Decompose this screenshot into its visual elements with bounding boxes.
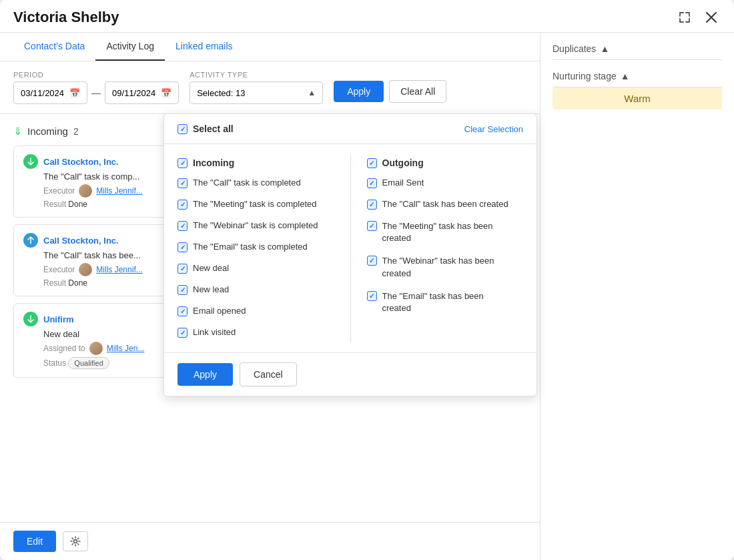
option-label: New deal <box>193 263 229 273</box>
avatar <box>89 342 103 355</box>
activity-type-dropdown: ✓ Select all Clear Selection ✓ Incoming … <box>163 113 537 396</box>
option-item[interactable]: ✓ Link visited <box>177 322 334 343</box>
duplicates-label: Duplicates <box>553 43 596 54</box>
section-count-incoming: 2 <box>73 126 79 137</box>
option-label: The "Webinar" task has beencreated <box>382 255 494 279</box>
filter-actions: Apply Clear All <box>334 80 446 104</box>
tab-contacts-data[interactable]: Contact's Data <box>13 33 95 61</box>
option-checkbox[interactable]: ✓ <box>177 264 188 274</box>
duplicates-chevron-icon: ▲ <box>600 43 609 54</box>
option-checkbox[interactable]: ✓ <box>177 221 188 231</box>
date-to-value: 09/11/2024 <box>112 88 155 98</box>
option-item[interactable]: ✓ The "Call" task is completed <box>177 172 334 194</box>
executor-link[interactable]: Mills Jennif... <box>96 186 142 196</box>
option-checkbox[interactable]: ✓ <box>367 256 377 266</box>
activity-type-label: Activity type <box>190 71 323 79</box>
activity-description: The "Call" task has bee... <box>23 250 157 260</box>
incoming-icon <box>23 312 38 326</box>
option-item[interactable]: ✓ Email Sent <box>367 172 524 194</box>
modal-container: Victoria Shelby Contact's Data Activity … <box>0 0 734 560</box>
bottom-bar: Edit <box>0 522 540 560</box>
dropdown-cancel-button[interactable]: Cancel <box>240 362 297 386</box>
option-label: Link visited <box>193 327 236 337</box>
activity-description: The "Call" task is comp... <box>23 172 157 182</box>
edit-button[interactable]: Edit <box>13 531 56 552</box>
executor-link[interactable]: Mills Jennif... <box>96 265 142 274</box>
option-label: Email opened <box>193 306 246 316</box>
option-item[interactable]: ✓ The "Webinar" task is completed <box>177 215 334 236</box>
option-checkbox[interactable]: ✓ <box>367 178 377 188</box>
option-checkbox[interactable]: ✓ <box>177 328 188 338</box>
option-checkbox[interactable]: ✓ <box>177 285 188 295</box>
executor-link[interactable]: Mills Jen... <box>107 344 145 353</box>
option-label: The "Webinar" task is completed <box>193 220 318 230</box>
option-label: The "Email" task is completed <box>193 242 308 252</box>
result-value: Done <box>68 200 87 209</box>
activity-company-link[interactable]: Call Stockton, Inc. <box>43 236 119 246</box>
apply-button[interactable]: Apply <box>334 81 384 102</box>
expand-icon[interactable] <box>675 8 694 27</box>
status-badge: Qualified <box>68 357 109 369</box>
option-checkbox[interactable]: ✓ <box>177 242 188 252</box>
chevron-up-icon: ▲ <box>308 88 316 97</box>
dropdown-header: ✓ Select all Clear Selection <box>164 114 536 144</box>
settings-button[interactable] <box>63 531 88 551</box>
close-icon[interactable] <box>702 8 721 27</box>
option-item[interactable]: ✓ The "Email" task is completed <box>177 236 334 258</box>
option-label: The "Meeting" task is completed <box>193 199 317 209</box>
option-checkbox[interactable]: ✓ <box>367 291 377 301</box>
outgoing-group-label: Outgoing <box>382 158 424 168</box>
option-item[interactable]: ✓ New lead <box>177 279 334 300</box>
period-label: Period <box>13 71 179 79</box>
option-item[interactable]: ✓ Email opened <box>177 300 334 322</box>
duplicates-section: Duplicates ▲ <box>553 43 722 60</box>
incoming-group-label: Incoming <box>193 158 234 168</box>
incoming-arrow-icon: ⇓ <box>13 125 22 137</box>
nurturing-title: Nurturing stage ▲ <box>553 71 722 87</box>
duplicates-title: Duplicates ▲ <box>553 43 722 60</box>
activity-company-link[interactable]: Unifirm <box>43 314 74 324</box>
option-label: New lead <box>193 284 229 294</box>
option-item[interactable]: ✓ The "Email" task has beencreated <box>367 285 524 320</box>
option-checkbox[interactable]: ✓ <box>177 178 188 188</box>
option-item[interactable]: ✓ The "Meeting" task has beencreated <box>367 215 524 250</box>
tab-activity-log[interactable]: Activity Log <box>95 33 165 61</box>
tab-linked-emails[interactable]: Linked emails <box>165 33 244 61</box>
option-label: The "Email" task has beencreated <box>382 290 484 314</box>
modal-title: Victoria Shelby <box>13 9 119 26</box>
option-checkbox[interactable]: ✓ <box>177 306 188 316</box>
activity-type-filter: Activity type Selected: 13 ▲ <box>190 71 323 104</box>
filters-bar: Period 03/11/2024 📅 — 09/11/2024 📅 <box>0 61 540 114</box>
clear-all-button[interactable]: Clear All <box>389 80 446 103</box>
outgoing-group-checkbox[interactable]: ✓ <box>367 158 377 168</box>
activity-company-link[interactable]: Call Stockton, Inc. <box>43 157 119 167</box>
option-checkbox[interactable]: ✓ <box>367 221 377 231</box>
nurturing-label: Nurturing stage <box>553 71 617 81</box>
header-icons <box>675 8 721 27</box>
select-all-checkbox[interactable]: ✓ <box>177 124 188 134</box>
option-item[interactable]: ✓ The "Meeting" task is completed <box>177 194 334 215</box>
select-all-text: Select all <box>193 123 234 134</box>
incoming-icon <box>23 154 38 169</box>
option-checkbox[interactable]: ✓ <box>367 200 377 210</box>
date-from-input[interactable]: 03/11/2024 📅 <box>13 81 87 104</box>
option-label: The "Call" task has been created <box>382 199 508 209</box>
option-item[interactable]: ✓ The "Webinar" task has beencreated <box>367 250 524 284</box>
dropdown-apply-button[interactable]: Apply <box>177 363 233 386</box>
avatar <box>79 184 92 198</box>
modal-header: Victoria Shelby <box>0 0 734 33</box>
date-range: 03/11/2024 📅 — 09/11/2024 📅 <box>13 81 179 104</box>
select-all-label[interactable]: ✓ Select all <box>177 123 234 134</box>
activity-type-select[interactable]: Selected: 13 ▲ <box>190 81 323 104</box>
option-checkbox[interactable]: ✓ <box>177 200 188 210</box>
incoming-group-title: ✓ Incoming <box>177 154 334 172</box>
nurturing-chevron-icon: ▲ <box>621 71 630 81</box>
nurturing-section: Nurturing stage ▲ Warm <box>553 71 722 109</box>
incoming-group-checkbox[interactable]: ✓ <box>177 158 188 168</box>
date-to-input[interactable]: 09/11/2024 📅 <box>105 81 179 104</box>
right-panel: Duplicates ▲ Nurturing stage ▲ Warm <box>540 33 734 560</box>
tabs-container: Contact's Data Activity Log Linked email… <box>0 33 540 61</box>
option-item[interactable]: ✓ The "Call" task has been created <box>367 194 524 215</box>
clear-selection-button[interactable]: Clear Selection <box>464 124 523 134</box>
option-item[interactable]: ✓ New deal <box>177 258 334 279</box>
